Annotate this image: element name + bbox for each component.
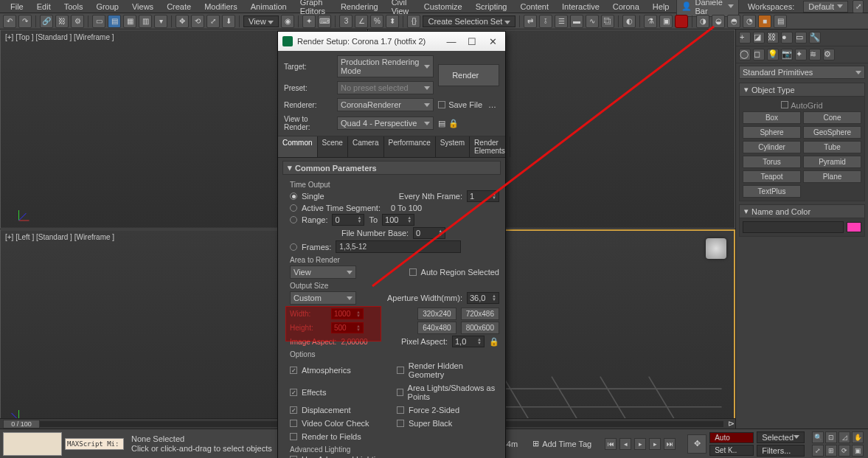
nav-zoom-all-button[interactable]: ⊡	[825, 431, 837, 443]
primitive-pyramid-button[interactable]: Pyramid	[803, 156, 861, 168]
menu-content[interactable]: Content	[514, 1, 555, 12]
width-spinner[interactable]: 1000▲▼	[331, 308, 364, 319]
menu-modifiers[interactable]: Modifiers	[198, 1, 243, 12]
menu-group[interactable]: Group	[90, 1, 125, 12]
utilities-tab-icon[interactable]: 🔧	[809, 32, 821, 44]
add-time-tag-button[interactable]: Add Time Tag	[542, 440, 591, 448]
rendered-frame-button[interactable]: ▣	[659, 15, 673, 28]
primitive-sphere-button[interactable]: Sphere	[743, 126, 801, 139]
spacewarps-category-icon[interactable]: ≋	[809, 49, 821, 60]
systems-category-icon[interactable]: ⚙	[823, 49, 835, 60]
menu-views[interactable]: Views	[126, 1, 159, 12]
goto-start-button[interactable]: ⏮	[605, 438, 617, 450]
maximize-button[interactable]: ☐	[464, 35, 480, 48]
goto-end-button[interactable]: ⏭	[664, 438, 676, 450]
toggle-ribbon-button[interactable]: ▬	[570, 15, 583, 28]
object-color-swatch[interactable]	[847, 222, 861, 232]
file-number-base-spinner[interactable]: 0▲▼	[413, 227, 445, 239]
curve-editor-button[interactable]: ∿	[586, 15, 599, 28]
menu-create[interactable]: Create	[161, 1, 197, 12]
displacement-checkbox[interactable]	[290, 406, 297, 414]
render-button[interactable]: Render	[438, 64, 499, 86]
modify-tab-icon[interactable]: ◪	[753, 32, 765, 44]
menu-animation[interactable]: Animation	[245, 1, 293, 12]
pixel-aspect-spinner[interactable]: 1,0▲▼	[452, 336, 485, 347]
menu-civilview[interactable]: Civil View	[386, 0, 417, 16]
move-button[interactable]: ✥	[176, 15, 189, 28]
primitive-plane-button[interactable]: Plane	[803, 170, 861, 183]
primitive-textplus-button[interactable]: TextPlus	[743, 185, 801, 198]
corona-btn-1[interactable]: ◑	[696, 15, 709, 28]
nav-zoom-button[interactable]: 🔍	[812, 431, 824, 443]
menu-corona[interactable]: Corona	[607, 1, 645, 12]
keyboard-shortcut-button[interactable]: ⌨	[318, 15, 331, 28]
tab-render-elements[interactable]: Render Elements	[470, 136, 510, 157]
geometry-category-icon[interactable]: ◯	[739, 49, 751, 60]
lock-view-icon[interactable]: 🔒	[448, 119, 457, 128]
area-lights-checkbox[interactable]	[397, 389, 403, 396]
menu-grapheditors[interactable]: Graph Editors	[294, 0, 333, 16]
snap-toggle-button[interactable]: 3	[339, 15, 353, 28]
minimize-button[interactable]: —	[443, 35, 459, 48]
angle-snap-button[interactable]: ∠	[355, 15, 368, 28]
select-object-button[interactable]: ▭	[92, 15, 105, 28]
auto-key-button[interactable]: Auto	[709, 432, 754, 443]
nav-zoom-ext-all-button[interactable]: ⊞	[825, 445, 837, 457]
area-to-render-dropdown[interactable]: View	[290, 266, 356, 279]
tab-camera[interactable]: Camera	[348, 136, 384, 157]
preset-dropdown[interactable]: No preset selected	[337, 81, 434, 94]
preset-320x240-button[interactable]: 320x240	[417, 308, 456, 320]
ref-coord-dropdown[interactable]: View	[243, 15, 279, 27]
set-key-button[interactable]: Set K..	[709, 445, 754, 456]
material-editor-button[interactable]: ◐	[622, 15, 636, 28]
nav-pan-button[interactable]: ✋	[852, 431, 864, 443]
autogrid-checkbox[interactable]	[781, 101, 788, 108]
every-nth-spinner[interactable]: 1▲▼	[467, 190, 499, 202]
window-crossing-button[interactable]: ▥	[139, 15, 152, 28]
menu-customize[interactable]: Customize	[418, 1, 468, 12]
placement-button[interactable]: ⬇	[222, 15, 235, 28]
corona-render-icon[interactable]	[675, 15, 688, 28]
radio-single[interactable]	[290, 192, 297, 200]
manipulate-button[interactable]: ✦	[302, 15, 316, 28]
edit-selection-set-button[interactable]: {}	[407, 15, 420, 28]
output-size-dropdown[interactable]: Custom	[290, 291, 356, 305]
helpers-category-icon[interactable]: ✦	[795, 49, 807, 60]
nav-fov-button[interactable]: ◿	[839, 431, 850, 443]
menu-tools[interactable]: Tools	[58, 1, 89, 12]
motion-tab-icon[interactable]: ●	[781, 32, 793, 44]
cameras-category-icon[interactable]: 📷	[781, 49, 793, 60]
shapes-category-icon[interactable]: ◻	[753, 49, 765, 60]
primitive-geosphere-button[interactable]: GeoSphere	[803, 126, 861, 139]
menu-edit[interactable]: Edit	[31, 1, 57, 12]
isolate-selection-button[interactable]: ✥	[687, 434, 706, 454]
undo-button[interactable]: ↶	[3, 15, 16, 28]
viewport-top-label[interactable]: [+] [Top ] [Standard ] [Wireframe ]	[5, 33, 114, 41]
nav-maximize-button[interactable]: ▣	[852, 445, 864, 457]
create-tab-icon[interactable]: +	[739, 32, 751, 44]
super-black-checkbox[interactable]	[397, 420, 404, 427]
radio-range[interactable]	[290, 216, 297, 223]
preset-640x480-button[interactable]: 640x480	[417, 322, 456, 334]
timeline-expand-icon[interactable]: ⊳	[726, 419, 735, 428]
radio-active-segment[interactable]	[290, 204, 297, 212]
use-pivot-button[interactable]: ◉	[281, 15, 294, 28]
tab-common[interactable]: Common	[278, 136, 318, 157]
menu-interactive[interactable]: Interactive	[556, 1, 605, 12]
workspace-expand-icon[interactable]: ⤢	[853, 0, 864, 13]
scale-button[interactable]: ⤢	[206, 15, 220, 28]
key-filters-button[interactable]: Filters...	[757, 445, 805, 457]
effects-checkbox[interactable]	[290, 389, 297, 396]
frames-input[interactable]	[336, 240, 461, 253]
target-dropdown[interactable]: Production Rendering Mode	[337, 55, 434, 77]
mirror-button[interactable]: ⇄	[524, 15, 537, 28]
selection-region-button[interactable]: ▦	[123, 15, 136, 28]
corona-btn-2[interactable]: ◒	[712, 15, 725, 28]
aspect-lock-icon[interactable]: 🔒	[489, 337, 499, 347]
tab-scene[interactable]: Scene	[318, 136, 348, 157]
radio-frames[interactable]	[290, 243, 297, 251]
percent-snap-button[interactable]: %	[370, 15, 383, 28]
subcategory-dropdown[interactable]: Standard Primitives	[739, 66, 865, 79]
corona-btn-6[interactable]: ▤	[774, 15, 787, 28]
primitive-box-button[interactable]: Box	[743, 111, 801, 124]
